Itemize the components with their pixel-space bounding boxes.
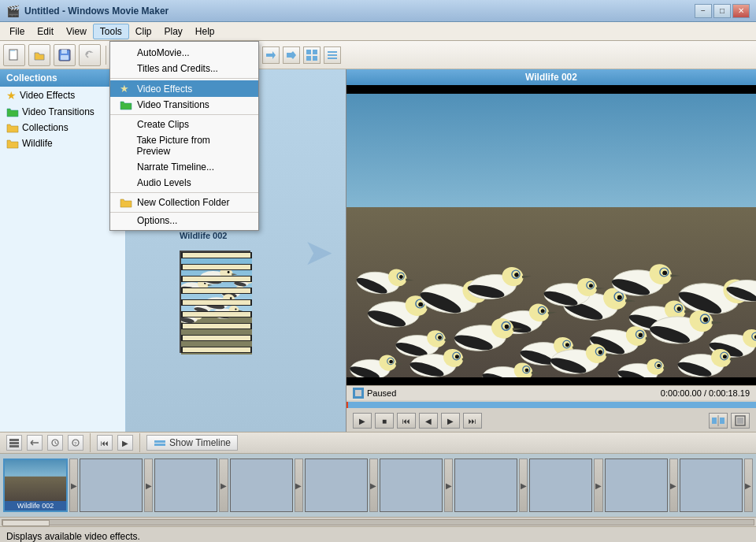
storyboard-frame-active[interactable]: Wildlife 002: [3, 458, 68, 512]
svg-rect-12: [355, 390, 361, 396]
show-timeline-button[interactable]: Show Timeline: [146, 435, 238, 451]
sidebar-item-video-effects[interactable]: ★ Video Effects: [0, 87, 125, 104]
svg-rect-13: [712, 418, 717, 424]
storyboard-frame-9[interactable]: [605, 458, 668, 512]
timeline-btn-1[interactable]: [6, 435, 22, 451]
menu-video-transitions[interactable]: Video Transitions: [110, 97, 258, 113]
seek-position: [346, 402, 348, 408]
menu-titles[interactable]: Titles and Credits...: [110, 61, 258, 76]
playback-controls: ▶ ■ ⏮ ◀ ▶ ⏭: [346, 410, 756, 432]
collection-view2[interactable]: [324, 46, 341, 64]
menu-take-picture[interactable]: Take Picture from Preview: [110, 132, 258, 159]
menu-new-collection[interactable]: New Collection Folder: [110, 195, 258, 210]
svg-rect-3: [61, 50, 67, 54]
storyboard-nav-9[interactable]: ▶: [669, 458, 678, 512]
storyboard-frame-7[interactable]: [454, 458, 517, 512]
storyboard-nav-10[interactable]: ▶: [744, 458, 753, 512]
status-text: Displays available video effects.: [6, 531, 140, 542]
star-icon: ★: [6, 89, 17, 102]
collection-forward[interactable]: [283, 46, 300, 64]
menu-view[interactable]: View: [60, 24, 93, 39]
storyboard-frame-3[interactable]: [154, 458, 217, 512]
menu-automovie[interactable]: AutoMovie...: [110, 45, 258, 61]
menu-file[interactable]: File: [3, 24, 31, 39]
storyboard-frame-6[interactable]: [380, 458, 443, 512]
storyboard-nav-6[interactable]: ▶: [444, 458, 453, 512]
statusbar: Displays available video effects.: [0, 526, 756, 542]
storyboard-frame-4[interactable]: [230, 458, 293, 512]
next-frame-button[interactable]: ⏭: [463, 413, 482, 429]
menu-label-titles: Titles and Credits...: [137, 63, 218, 74]
svg-rect-7: [306, 56, 311, 61]
storyboard-frame-2[interactable]: [80, 458, 143, 512]
storyboard-next-nav[interactable]: ▶: [69, 458, 78, 512]
menu-help[interactable]: Help: [189, 24, 221, 39]
timeline-back-btn[interactable]: ⏮: [97, 435, 113, 451]
collection-view1[interactable]: [303, 46, 321, 64]
seekbar[interactable]: [346, 402, 756, 408]
sidebar-item-video-transitions[interactable]: Video Transitions: [0, 104, 125, 120]
sidebar-item-wildlife[interactable]: Wildlife: [0, 136, 125, 151]
menu-label-take-picture: Take Picture from Preview: [136, 135, 243, 157]
show-timeline-label: Show Timeline: [169, 437, 231, 448]
split-button[interactable]: [709, 413, 728, 429]
scrollbar-track[interactable]: [2, 519, 754, 525]
storyboard-canvas: [5, 460, 66, 501]
timeline-btn-3[interactable]: [47, 435, 63, 451]
menu-label-narrate: Narrate Timeline...: [137, 161, 214, 173]
volume-controls: [709, 413, 750, 429]
play-button[interactable]: ▶: [353, 413, 372, 429]
menu-label-video-transitions: Video Transitions: [137, 99, 209, 110]
storyboard-clip-label: Wildlife 002: [5, 501, 66, 510]
storyboard-nav-7[interactable]: ▶: [519, 458, 528, 512]
timeline-toolbar: ? ⏮ ▶ Show Timeline: [0, 432, 756, 454]
save-button[interactable]: [54, 44, 76, 66]
menu-audio[interactable]: Audio Levels: [110, 175, 258, 191]
svg-rect-17: [737, 418, 743, 424]
menu-tools[interactable]: Tools: [93, 24, 129, 39]
scrollbar[interactable]: [0, 517, 756, 526]
menu-create-clips[interactable]: Create Clips: [110, 117, 258, 132]
undo-button[interactable]: [79, 44, 101, 66]
menu-video-effects[interactable]: ★ Video Effects: [110, 80, 258, 97]
sidebar-item-collections[interactable]: Collections: [0, 120, 125, 136]
svg-rect-8: [313, 56, 317, 61]
open-button[interactable]: [28, 44, 50, 66]
minimize-button[interactable]: −: [695, 4, 712, 18]
storyboard-frame-5[interactable]: [305, 458, 368, 512]
title-text: Untitled - Windows Movie Maker: [24, 6, 695, 17]
menu-clip[interactable]: Clip: [129, 24, 158, 39]
menu-narrate[interactable]: Narrate Timeline...: [110, 159, 258, 175]
svg-rect-26: [154, 440, 165, 443]
storyboard-nav-5[interactable]: ▶: [369, 458, 378, 512]
menu-options[interactable]: Options...: [110, 213, 258, 228]
storyboard: Wildlife 002 ▶ ▶ ▶ ▶ ▶ ▶ ▶ ▶ ▶ ▶: [0, 454, 756, 517]
folder-green-icon: [6, 106, 19, 117]
prev-button[interactable]: ◀: [419, 413, 438, 429]
timeline-btn-2[interactable]: [27, 435, 43, 451]
folder-icon: [6, 122, 19, 133]
collection-back[interactable]: [262, 46, 280, 64]
scrollbar-thumb[interactable]: [2, 520, 50, 526]
next-button[interactable]: ▶: [441, 413, 460, 429]
storyboard-nav-3[interactable]: ▶: [219, 458, 228, 512]
storyboard-nav-4[interactable]: ▶: [295, 458, 303, 512]
prev-frame-button[interactable]: ⏮: [397, 413, 416, 429]
seekbar-container[interactable]: [346, 402, 756, 408]
close-button[interactable]: ✕: [732, 4, 750, 18]
menu-edit[interactable]: Edit: [31, 24, 60, 39]
timeline-sep2: [139, 433, 140, 452]
sidebar-header[interactable]: Collections: [0, 69, 125, 87]
fullscreen-button[interactable]: [731, 413, 750, 429]
timeline-play-btn[interactable]: ▶: [117, 435, 133, 451]
maximize-button[interactable]: □: [713, 4, 731, 18]
storyboard-nav-8[interactable]: ▶: [594, 458, 602, 512]
tools-menu: AutoMovie... Titles and Credits... ★ Vid…: [109, 41, 259, 231]
storyboard-frame-8[interactable]: [529, 458, 592, 512]
menu-play[interactable]: Play: [158, 24, 189, 39]
new-button[interactable]: [3, 44, 25, 66]
storyboard-nav-2[interactable]: ▶: [144, 458, 153, 512]
stop-button[interactable]: ■: [375, 413, 394, 429]
timeline-btn-4[interactable]: ?: [68, 435, 83, 451]
storyboard-frame-10[interactable]: [680, 458, 743, 512]
